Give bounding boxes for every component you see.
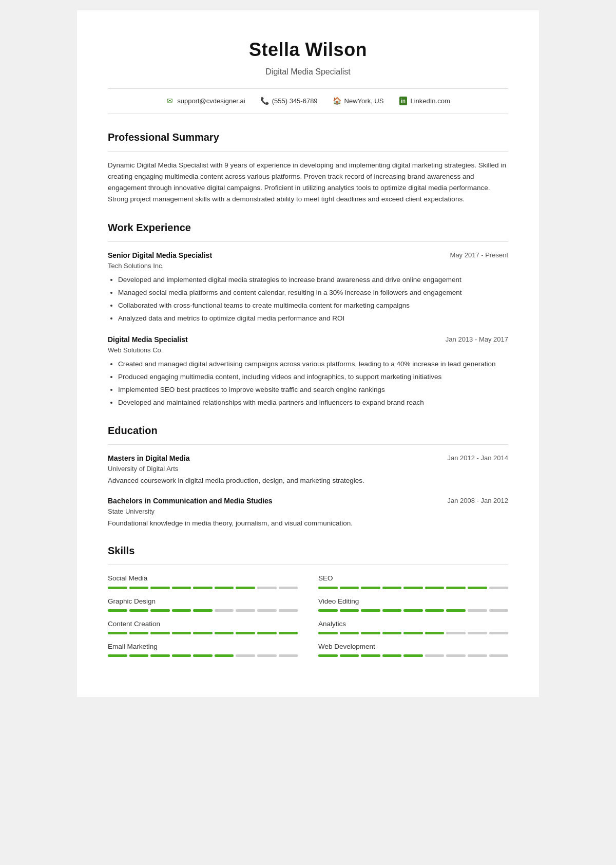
skill-3-segment-2	[361, 609, 380, 612]
edu-0-degree: Masters in Digital Media	[108, 453, 189, 464]
skill-4-segment-2	[150, 632, 170, 634]
skill-7-bar	[318, 654, 508, 657]
resume-container: Stella Wilson Digital Media Specialist ✉…	[77, 10, 539, 697]
skill-6-segment-2	[150, 654, 170, 657]
job-0-bullet-2: Collaborated with cross-functional teams…	[118, 300, 508, 311]
skill-6-segment-8	[279, 654, 298, 657]
skill-1-segment-6	[446, 587, 466, 589]
education-section: Education Masters in Digital Media Jan 2…	[108, 423, 508, 529]
skill-7-segment-7	[468, 654, 487, 657]
skill-4-segment-4	[193, 632, 213, 634]
email-text: support@cvdesigner.ai	[177, 96, 245, 106]
edu-1-date: Jan 2008 - Jan 2012	[447, 496, 508, 506]
skill-2: Graphic Design	[108, 596, 298, 612]
skill-1-segment-7	[468, 587, 487, 589]
job-1: Digital Media Specialist Jan 2013 - May …	[108, 334, 508, 408]
skill-3-bar	[318, 609, 508, 612]
skill-2-segment-5	[215, 609, 234, 612]
skill-7-segment-4	[403, 654, 423, 657]
skill-7-segment-0	[318, 654, 338, 657]
experience-section: Work Experience Senior Digital Media Spe…	[108, 220, 508, 408]
skill-7-segment-5	[425, 654, 445, 657]
experience-title: Work Experience	[108, 220, 508, 235]
job-0-bullet-3: Analyzed data and metrics to optimize di…	[118, 313, 508, 324]
skill-2-segment-7	[257, 609, 277, 612]
skill-0-segment-5	[215, 587, 234, 589]
skill-6-segment-1	[129, 654, 149, 657]
skill-0-segment-6	[236, 587, 255, 589]
contact-email: ✉ support@cvdesigner.ai	[166, 96, 245, 106]
skill-6-segment-6	[236, 654, 255, 657]
skill-5-segment-8	[489, 632, 509, 634]
edu-1-desc: Foundational knowledge in media theory, …	[108, 518, 508, 529]
skill-6-segment-7	[257, 654, 277, 657]
skill-3-segment-1	[340, 609, 359, 612]
skill-2-segment-6	[236, 609, 255, 612]
contact-linkedin: in LinkedIn.com	[399, 96, 450, 106]
skills-divider	[108, 565, 508, 565]
skill-6: Email Marketing	[108, 642, 298, 657]
skill-5-bar	[318, 632, 508, 634]
skill-4-segment-0	[108, 632, 127, 634]
skill-1-name: SEO	[318, 573, 508, 584]
location-icon: 🏠	[333, 97, 341, 105]
skill-3-name: Video Editing	[318, 596, 508, 607]
skills-title: Skills	[108, 543, 508, 558]
job-0-title: Senior Digital Media Specialist	[108, 250, 212, 261]
skill-4-segment-1	[129, 632, 149, 634]
job-1-date: Jan 2013 - May 2017	[446, 334, 508, 345]
skill-5-segment-0	[318, 632, 338, 634]
skill-6-segment-3	[172, 654, 191, 657]
job-0-date: May 2017 - Present	[450, 250, 508, 260]
job-1-bullet-1: Produced engaging multimedia content, in…	[118, 372, 508, 383]
edu-1-degree: Bachelors in Communication and Media Stu…	[108, 496, 273, 506]
edu-1: Bachelors in Communication and Media Stu…	[108, 496, 508, 529]
job-1-bullet-2: Implemented SEO best practices to improv…	[118, 385, 508, 396]
skill-2-segment-3	[172, 609, 191, 612]
skill-0-bar	[108, 587, 298, 589]
skill-4-bar	[108, 632, 298, 634]
skill-4-segment-7	[257, 632, 277, 634]
contact-phone: 📞 (555) 345-6789	[261, 96, 318, 106]
skill-0-segment-1	[129, 587, 149, 589]
linkedin-icon: in	[399, 97, 407, 105]
skill-6-segment-5	[215, 654, 234, 657]
edu-0-header: Masters in Digital Media Jan 2012 - Jan …	[108, 453, 508, 464]
job-0-company: Tech Solutions Inc.	[108, 261, 508, 271]
skill-2-segment-2	[150, 609, 170, 612]
job-1-title: Digital Media Specialist	[108, 334, 188, 345]
job-0-header: Senior Digital Media Specialist May 2017…	[108, 250, 508, 261]
skill-0-segment-2	[150, 587, 170, 589]
skill-1-segment-0	[318, 587, 338, 589]
education-title: Education	[108, 423, 508, 438]
skill-3-segment-6	[446, 609, 466, 612]
skill-3-segment-3	[382, 609, 402, 612]
job-0-bullets: Developed and implemented digital media …	[108, 275, 508, 324]
job-1-bullet-3: Developed and maintained relationships w…	[118, 398, 508, 408]
skill-0-segment-0	[108, 587, 127, 589]
skill-0-segment-7	[257, 587, 277, 589]
job-1-header: Digital Media Specialist Jan 2013 - May …	[108, 334, 508, 345]
skill-5-segment-3	[382, 632, 402, 634]
skill-3: Video Editing	[318, 596, 508, 612]
edu-0-date: Jan 2012 - Jan 2014	[447, 453, 508, 463]
skill-4: Content Creation	[108, 619, 298, 634]
skill-5: Analytics	[318, 619, 508, 634]
summary-section: Professional Summary Dynamic Digital Med…	[108, 129, 508, 205]
skill-7-segment-1	[340, 654, 359, 657]
location-text: NewYork, US	[344, 96, 384, 106]
edu-0-school: University of Digital Arts	[108, 464, 508, 474]
contact-location: 🏠 NewYork, US	[333, 96, 384, 106]
job-0-bullet-1: Managed social media platforms and conte…	[118, 288, 508, 298]
skill-2-segment-1	[129, 609, 149, 612]
edu-0-desc: Advanced coursework in digital media pro…	[108, 476, 508, 486]
phone-text: (555) 345-6789	[272, 96, 318, 106]
skill-7-name: Web Development	[318, 642, 508, 652]
skill-6-segment-4	[193, 654, 213, 657]
skill-5-segment-6	[446, 632, 466, 634]
skill-6-bar	[108, 654, 298, 657]
skill-4-segment-8	[279, 632, 298, 634]
skill-2-segment-0	[108, 609, 127, 612]
job-title-header: Digital Media Specialist	[108, 66, 508, 78]
job-1-bullets: Created and managed digital advertising …	[108, 359, 508, 408]
